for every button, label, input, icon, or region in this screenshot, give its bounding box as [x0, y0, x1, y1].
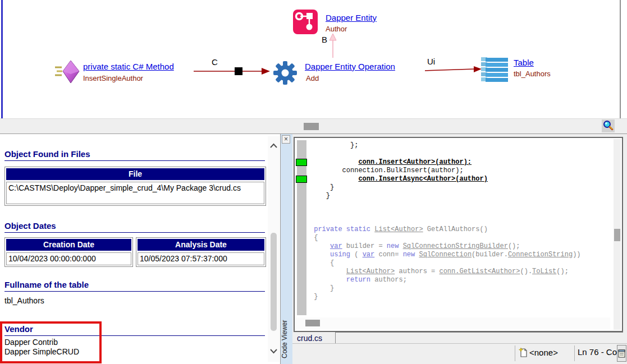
source-view-button[interactable]: [617, 345, 626, 362]
tab-border: [335, 332, 623, 333]
creation-date-table: Creation Date 10/04/2023 00:00:00:000: [4, 237, 133, 267]
properties-scrollbar[interactable]: [268, 136, 280, 362]
code-line: private static List<Author> GetAllAuthor…: [310, 225, 581, 234]
analysis-date-table: Analysis Date 10/05/2023 07:57:37:000: [136, 237, 266, 267]
creation-date-value: 10/04/2023 00:00:00:000: [6, 252, 131, 265]
magnifier-icon: [602, 119, 615, 132]
code-line: var builder = new SqlConnectionStringBui…: [310, 242, 581, 251]
application-window: private static C# Method InsertSingleAut…: [0, 0, 627, 364]
files-section-heading: Object Found in Files: [4, 149, 265, 161]
close-icon[interactable]: ×: [282, 135, 290, 144]
edge-label-c: C: [212, 57, 218, 67]
file-path-value: C:\CASTMS\Deploy\Dapper_simple_crud_4\My…: [6, 182, 264, 204]
table-node-link[interactable]: Table: [514, 58, 534, 67]
fullname-section-heading: Fullname of the table: [4, 280, 265, 292]
code-gutter: [297, 140, 306, 315]
code-line: connection.BulkInsert(author);: [310, 167, 581, 175]
status-selection: <none>: [529, 348, 558, 357]
dependency-diagram: private static C# Method InsertSingleAut…: [0, 0, 627, 118]
code-line: [310, 150, 581, 158]
code-line: }: [310, 183, 581, 192]
source-doc-icon: [617, 345, 626, 361]
bookmark-marker[interactable]: [296, 159, 307, 166]
diagram-hscrollbar[interactable]: [0, 118, 627, 133]
method-node-name: InsertSingleAuthor: [83, 74, 143, 82]
file-table-header: File: [6, 168, 264, 180]
table-node-name: tbl_Authors: [514, 70, 551, 78]
code-line: [310, 209, 581, 217]
creation-date-header: Creation Date: [6, 239, 131, 251]
code-line: [310, 217, 581, 225]
code-line: conn.Insert<Author>(author);: [310, 158, 581, 167]
tab-crud-cs[interactable]: crud.cs: [297, 334, 322, 343]
vendor-item: Dapper Contrib: [4, 338, 79, 347]
csharp-method-icon[interactable]: [54, 59, 81, 84]
status-separator: [515, 345, 515, 361]
file-table: File C:\CASTMS\Deploy\Dapper_simple_crud…: [4, 167, 266, 206]
diagram-hscroll-thumb[interactable]: [304, 123, 319, 130]
edge-label-b: B: [322, 35, 327, 44]
code-viewer-strip-label: Code Viewer: [281, 317, 292, 362]
code-lines: }; conn.Insert<Author>(author); connecti…: [310, 141, 581, 301]
code-line: {: [310, 234, 581, 242]
code-vscroll-thumb[interactable]: [614, 229, 620, 241]
table-icon[interactable]: [481, 56, 508, 82]
properties-scroll-thumb[interactable]: [271, 233, 277, 331]
code-panel[interactable]: }; conn.Insert<Author>(author); connecti…: [294, 137, 623, 332]
bookmark-marker[interactable]: [296, 176, 307, 183]
code-tab-bar: crud.cs: [292, 332, 627, 343]
gear-icon[interactable]: [273, 61, 298, 85]
fullname-value: tbl_Authors: [4, 296, 44, 305]
call-edge-c: [194, 67, 270, 75]
code-line: {: [310, 259, 581, 268]
vendor-section-heading: Vendor: [4, 324, 265, 336]
method-node-link[interactable]: private static C# Method: [83, 62, 174, 71]
vendor-list: Dapper Contrib Dapper SimpleCRUD: [4, 338, 79, 357]
ui-edge: [425, 66, 482, 72]
code-line: };: [310, 141, 581, 150]
tab-border: [335, 332, 336, 343]
code-vscrollbar[interactable]: [614, 139, 621, 330]
code-line: conn.InsertAsync<Author>(author): [310, 175, 581, 183]
code-line: }: [310, 293, 581, 301]
diagram-right-border: [620, 0, 621, 133]
operation-node-name: Add: [306, 74, 319, 82]
status-separator: [574, 345, 575, 361]
edge-label-ui: Ui: [427, 57, 435, 66]
code-viewer: }; conn.Insert<Author>(author); connecti…: [292, 134, 627, 364]
entity-node-name: Author: [326, 25, 347, 33]
code-hscroll-thumb[interactable]: [305, 320, 320, 326]
status-bar: <none> Ln 76 - Co: [292, 343, 627, 362]
page-sparkle-icon: [519, 347, 528, 357]
properties-panel: Object Found in Files File C:\CASTMS\Dep…: [0, 134, 280, 364]
zoom-button[interactable]: [602, 119, 615, 132]
code-hscrollbar[interactable]: [296, 317, 610, 330]
status-position: Ln 76 - Co: [578, 347, 617, 357]
scroll-down-icon[interactable]: [269, 346, 278, 355]
dapper-entity-icon[interactable]: [292, 9, 318, 35]
operation-node-link[interactable]: Dapper Entity Operation: [305, 62, 395, 71]
code-line: using ( var conn= new SqlConnection(buil…: [310, 251, 581, 259]
analysis-date-header: Analysis Date: [138, 239, 264, 251]
scroll-up-icon[interactable]: [269, 142, 278, 151]
dates-section-heading: Object Dates: [4, 221, 265, 233]
vendor-item: Dapper SimpleCRUD: [4, 347, 79, 357]
code-line: }: [310, 192, 581, 200]
code-line: [310, 200, 581, 209]
code-line: return authors;: [310, 276, 581, 284]
code-line: }: [310, 284, 581, 293]
entity-node-link[interactable]: Dapper Entity: [326, 13, 377, 22]
analysis-date-value: 10/05/2023 07:57:37:000: [138, 252, 264, 265]
belongs-edge-b: [329, 34, 336, 58]
status-position-section: Ln 76 - Co: [578, 347, 617, 357]
code-line: List<Author> authors = conn.GetList<Auth…: [310, 268, 581, 276]
